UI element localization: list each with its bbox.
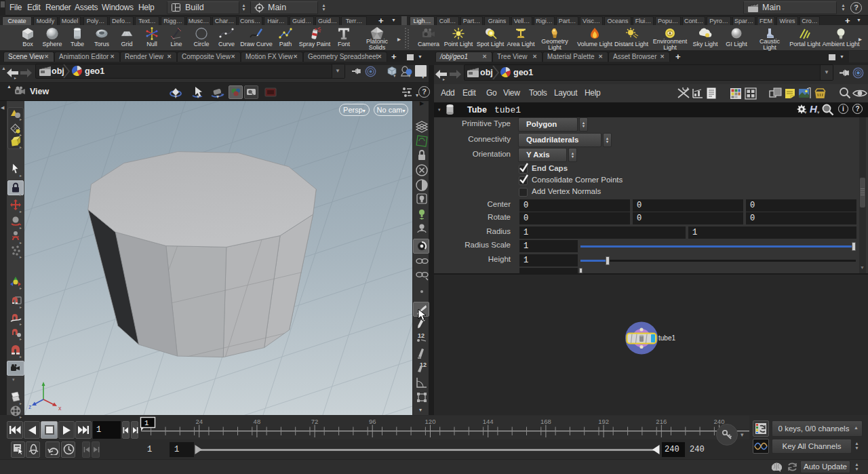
svg-text:z: z bbox=[28, 403, 32, 410]
svg-text:96: 96 bbox=[369, 418, 376, 425]
svg-text:12: 12 bbox=[418, 332, 425, 339]
svg-text:216: 216 bbox=[656, 418, 667, 425]
svg-text:168: 168 bbox=[540, 418, 551, 425]
svg-text:24: 24 bbox=[195, 418, 203, 425]
svg-text:120: 120 bbox=[425, 418, 436, 425]
svg-text:x: x bbox=[58, 405, 62, 412]
svg-text:192: 192 bbox=[598, 418, 609, 425]
svg-text:48: 48 bbox=[254, 418, 261, 425]
svg-text:144: 144 bbox=[483, 418, 494, 425]
svg-text:72: 72 bbox=[311, 418, 319, 425]
